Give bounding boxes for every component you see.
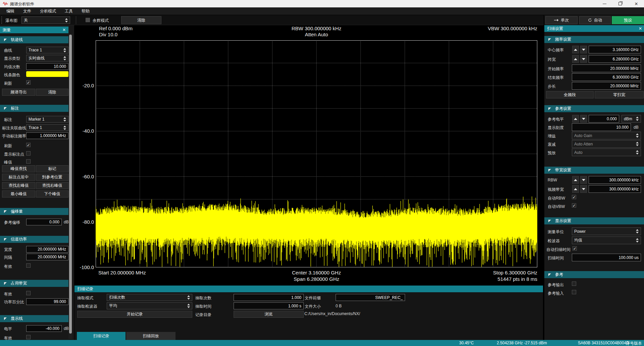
line-color-swatch[interactable] (26, 71, 68, 77)
preamp-select[interactable]: Auto (572, 148, 641, 156)
curve-select[interactable]: Trace 1 (26, 47, 68, 53)
to-ref-position-button[interactable]: 到参考位置 (36, 174, 68, 181)
left-scrollbar-track[interactable] (68, 34, 72, 339)
minimize-button[interactable] (599, 0, 609, 7)
auto-vbw-checkbox[interactable]: ✓ (572, 203, 576, 208)
gain-select[interactable]: Auto Gain (572, 132, 641, 139)
marker-trace-select[interactable]: Trace 1 (26, 124, 68, 131)
file-prefix-input[interactable]: SWEEP_REC_ (336, 294, 405, 301)
section-ref-io[interactable]: 参考 (544, 271, 644, 278)
section-obw[interactable]: 占用带宽 (0, 280, 68, 287)
start-record-button[interactable]: 开始记录 (77, 311, 192, 318)
menu-edit[interactable]: 编辑 (2, 7, 19, 15)
scale-input[interactable]: 10.000 (572, 123, 631, 131)
auto-rbw-checkbox[interactable]: ✓ (572, 195, 576, 199)
sweep-time-input[interactable]: 100.000 us (572, 254, 641, 261)
extract-detector-select[interactable]: 平均 (107, 302, 192, 309)
dline-level-input[interactable]: -40.000 (26, 325, 62, 332)
menu-file[interactable]: 文件 (19, 7, 36, 15)
marker-select[interactable]: Marker 1 (26, 116, 68, 123)
extract-time-input[interactable]: 1.000 s (234, 302, 304, 309)
section-marker[interactable]: 标注 (0, 105, 68, 112)
show-marker-checkbox[interactable] (26, 151, 31, 156)
atten-select[interactable]: Auto Atten (572, 140, 641, 148)
close-sweep-panel-icon[interactable]: ✕ (639, 27, 642, 31)
chpower-enable-checkbox[interactable] (26, 263, 31, 268)
left-scrollbar-thumb[interactable] (69, 35, 72, 334)
avg-count-input[interactable]: 10.000 (26, 63, 68, 70)
rbw-down-button[interactable] (580, 176, 587, 184)
persist-mode-checkbox[interactable] (86, 18, 90, 22)
clear-persist-button[interactable]: 清除 (121, 16, 161, 24)
waterfall-select[interactable]: 关 (21, 16, 70, 24)
vbw-input[interactable]: 300.000000 kHz (589, 185, 641, 193)
ref-in-checkbox[interactable] (572, 290, 576, 294)
detector-select[interactable]: 均值 (572, 236, 641, 244)
stop-freq-input[interactable]: 6.300000 GHz (572, 73, 641, 81)
preset-button[interactable]: 预设 (612, 16, 644, 24)
toolbar-grip[interactable] (1, 16, 2, 24)
rbw-input[interactable]: 300.000000 kHz (589, 176, 641, 184)
manual-marker-freq-input[interactable]: 1.000000 MHz (26, 132, 68, 139)
section-channel-power[interactable]: 信道功率 (0, 236, 68, 243)
ref-level-down-button[interactable] (580, 115, 587, 123)
spectrum-export-button[interactable]: 频谱导出 (2, 89, 35, 96)
span-up-button[interactable] (572, 55, 579, 63)
spectrum-plot[interactable] (96, 40, 537, 267)
menu-analysis-mode[interactable]: 分析模式 (36, 7, 60, 15)
rbw-up-button[interactable] (572, 176, 579, 184)
find-left-peak-button[interactable]: 查找左峰值 (2, 182, 35, 189)
peak-search-button[interactable]: 峰值查找 (2, 165, 35, 172)
center-freq-down-button[interactable] (580, 46, 587, 53)
marker-refresh-checkbox[interactable]: ✓ (26, 143, 31, 147)
chpower-width-input[interactable]: 20.000000 MHz (26, 246, 68, 253)
span-down-button[interactable] (580, 55, 587, 63)
section-trace[interactable]: 轨迹线 (0, 36, 68, 43)
menu-tools[interactable]: 工具 (60, 7, 77, 15)
tab-sweep-record[interactable]: 扫描记录 (77, 332, 126, 340)
section-display[interactable]: 显示设置 (544, 217, 644, 224)
browse-button[interactable]: 浏览 (234, 311, 304, 318)
measure-unit-select[interactable]: Power (572, 227, 641, 235)
center-freq-up-button[interactable] (572, 46, 579, 53)
auto-sweep-button[interactable]: 自动 (579, 16, 611, 24)
dline-enable-checkbox[interactable] (26, 335, 31, 339)
extract-mode-select[interactable]: 扫描次数 (107, 294, 192, 301)
mark-button[interactable]: 标记 (36, 165, 68, 172)
close-measure-panel-icon[interactable]: ✕ (62, 28, 66, 32)
zero-span-button[interactable]: 零扫宽 (595, 91, 644, 98)
single-sweep-button[interactable]: 单次 (545, 16, 578, 24)
span-input[interactable]: 6.280000 GHz (589, 55, 641, 63)
auto-sweep-time-checkbox[interactable]: ✓ (573, 246, 577, 251)
vbw-up-button[interactable] (572, 185, 579, 193)
section-reference[interactable]: 参考设置 (544, 105, 644, 112)
display-type-select[interactable]: 实时曲线 (26, 55, 68, 61)
ref-level-input[interactable]: 0.000 (589, 115, 619, 123)
center-freq-input[interactable]: 3.160000 GHz (589, 46, 641, 53)
extract-count-input[interactable]: 1.000 (234, 294, 304, 301)
menu-help[interactable]: 帮助 (77, 7, 94, 15)
find-right-peak-button[interactable]: 查找右峰值 (36, 182, 68, 189)
section-offset[interactable]: 偏移量 (0, 208, 68, 215)
ref-offset-input[interactable]: 0.000 (26, 219, 62, 225)
start-freq-input[interactable]: 20.000000 MHz (572, 64, 641, 72)
close-window-button[interactable]: ✕ (631, 0, 641, 7)
full-band-button[interactable]: 全频段 (546, 91, 594, 98)
marker-center-button[interactable]: 标注点居中 (2, 174, 35, 181)
ref-level-unit-select[interactable]: dBm (622, 115, 641, 123)
trace-clear-button[interactable]: 清除 (36, 89, 68, 96)
tab-sweep-replay[interactable]: 扫描回放 (126, 332, 176, 340)
section-frequency[interactable]: 频率设置 (544, 36, 644, 43)
min-peak-button[interactable]: 最小峰值 (2, 190, 35, 198)
vbw-down-button[interactable] (580, 185, 587, 193)
section-display-line[interactable]: 显示线 (0, 315, 68, 322)
peak-checkbox[interactable] (26, 159, 31, 164)
obw-pct-input[interactable]: 99.000 (26, 298, 68, 305)
trace-refresh-checkbox[interactable]: ✓ (26, 80, 31, 85)
ref-out-checkbox[interactable] (572, 282, 576, 286)
step-input[interactable]: 20.000000 MHz (572, 82, 641, 90)
restore-button[interactable] (615, 0, 625, 7)
section-bandwidth[interactable]: 带宽设置 (544, 167, 644, 174)
chpower-gap-input[interactable]: 20.000000 MHz (26, 254, 68, 260)
ref-level-up-button[interactable] (572, 115, 579, 123)
